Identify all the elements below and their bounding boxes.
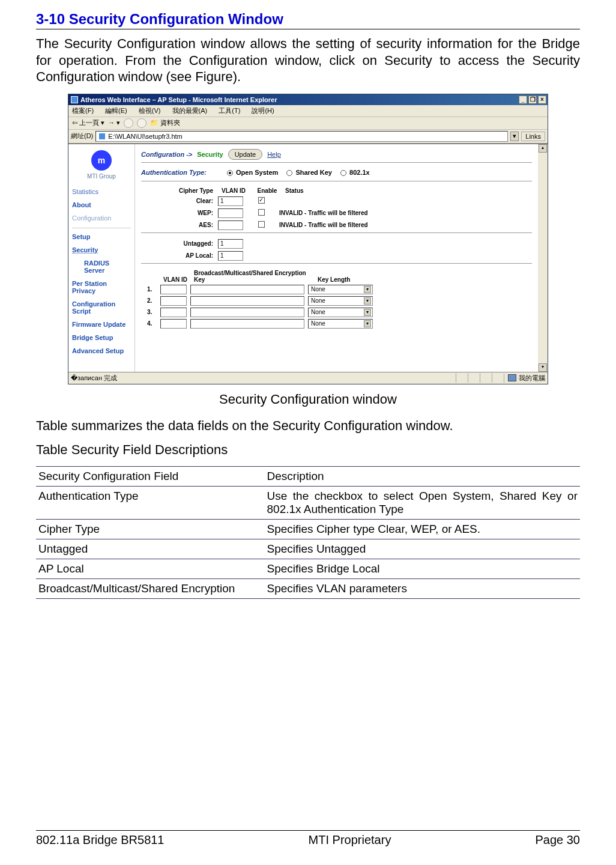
vlan-id-input[interactable] — [218, 208, 243, 218]
vertical-scrollbar[interactable]: ▴ ▾ — [538, 144, 548, 372]
address-bar: 網址(D) E:\WLAN\UI\setupfr3.htm ▾ Links — [68, 130, 548, 144]
enc-vlan-input[interactable] — [160, 285, 187, 294]
key-length-select[interactable]: None▾ — [308, 308, 373, 317]
sidebar-item-advanced[interactable]: Advanced Setup — [72, 347, 131, 354]
folders-button[interactable]: 📁 資料夾 — [150, 118, 180, 127]
enc-key-input[interactable] — [190, 285, 304, 294]
field-name: AP Local — [36, 559, 265, 578]
sidebar-item-about[interactable]: About — [72, 201, 131, 208]
ie-toolbar: ⇦ 上一頁 ▾ → ▾ 📁 資料夾 — [68, 117, 548, 130]
description-table: Security Configuration Field Description… — [36, 466, 580, 599]
encryption-row: 3. None▾ — [147, 308, 532, 317]
vlan-id-input[interactable] — [218, 220, 243, 230]
enc-vlan-input[interactable] — [160, 308, 187, 317]
table-title: Table Security Field Descriptions — [36, 442, 580, 458]
enc-key-input[interactable] — [190, 308, 304, 317]
computer-icon — [508, 374, 516, 381]
status-done: 完成 — [104, 374, 117, 381]
sidebar-item-firmware[interactable]: Firmware Update — [72, 321, 131, 328]
enable-checkbox[interactable] — [258, 197, 265, 204]
address-input[interactable]: E:\WLAN\UI\setupfr3.htm — [95, 131, 508, 142]
screenshot-ie-window: Atheros Web Interface – AP Setup - Micro… — [68, 94, 548, 384]
chevron-down-icon: ▾ — [364, 320, 371, 327]
radio-8021x[interactable]: 802.1x — [340, 169, 370, 176]
radio-shared-key[interactable]: Shared Key — [286, 169, 332, 176]
scroll-down-icon[interactable]: ▾ — [539, 363, 547, 372]
minimize-icon[interactable]: _ — [519, 96, 527, 104]
address-value: E:\WLAN\UI\setupfr3.htm — [108, 133, 182, 140]
page-footer: 802.11a Bridge BR5811 MTI Proprietary Pa… — [36, 830, 580, 847]
table-row: Broadcast/Multicast/Shared EncryptionSpe… — [36, 578, 580, 598]
chevron-down-icon: ▾ — [364, 309, 371, 316]
sidebar-item-statistics[interactable]: Statistics — [72, 188, 131, 195]
row-index: 2. — [147, 297, 157, 304]
sidebar-item-radius[interactable]: RADIUS Server — [84, 260, 131, 274]
table-header-field: Security Configuration Field — [36, 466, 265, 486]
cipher-name: WEP: — [165, 210, 213, 216]
sidebar-item-script[interactable]: Configuration Script — [72, 300, 131, 315]
scroll-up-icon[interactable]: ▴ — [539, 144, 547, 153]
update-button[interactable]: Update — [228, 149, 262, 160]
encryption-row: 1. None▾ — [147, 285, 532, 294]
refresh-icon[interactable] — [137, 118, 146, 128]
table-intro: Table summarizes the data fields on the … — [36, 418, 580, 434]
field-desc: Specifies Cipher type Clear, WEP, or AES… — [265, 519, 580, 539]
key-length-select[interactable]: None▾ — [308, 285, 373, 294]
stop-icon[interactable] — [124, 118, 133, 128]
links-button[interactable]: Links — [521, 132, 545, 141]
enc-key-input[interactable] — [190, 319, 304, 329]
menu-tools[interactable]: 工具(T) — [219, 107, 240, 114]
status-bar: �записан 完成 我的電腦 — [68, 372, 548, 384]
enc-vlan-input[interactable] — [160, 319, 187, 329]
menu-view[interactable]: 檢視(V) — [139, 107, 161, 114]
vlan-id-input[interactable] — [218, 196, 243, 206]
enable-checkbox[interactable] — [258, 221, 265, 228]
table-header-desc: Description — [265, 466, 580, 486]
enc-key-input[interactable] — [190, 296, 304, 306]
field-name: Cipher Type — [36, 519, 265, 539]
help-link[interactable]: Help — [267, 151, 281, 158]
close-icon[interactable]: × — [538, 96, 546, 104]
sidebar-item-bridge[interactable]: Bridge Setup — [72, 334, 131, 341]
field-name: Broadcast/Multicast/Shared Encryption — [36, 578, 265, 598]
menu-fav[interactable]: 我的最愛(A) — [172, 107, 208, 114]
radio-open-system[interactable]: Open System — [227, 169, 278, 176]
aplocal-input[interactable] — [218, 251, 243, 261]
encryption-row: 4. None▾ — [147, 319, 532, 329]
enable-checkbox[interactable] — [258, 209, 265, 216]
menu-file[interactable]: 檔案(F) — [72, 107, 94, 114]
encryption-row: 2. None▾ — [147, 296, 532, 306]
breadcrumb-config: Configuration -> — [141, 151, 192, 158]
cipher-row: AES: INVALID - Traffic will be filtered — [165, 220, 532, 230]
sidebar-item-security[interactable]: Security — [72, 246, 131, 253]
forward-button[interactable]: → ▾ — [108, 119, 120, 127]
enc-vlan-input[interactable] — [160, 296, 187, 306]
row-index: 1. — [147, 286, 157, 293]
table-row: AP LocalSpecifies Bridge Local — [36, 559, 580, 578]
cipher-header: Cipher Type VLAN ID Enable Status — [165, 187, 532, 194]
key-length-select[interactable]: None▾ — [308, 296, 373, 306]
logo-icon: m — [91, 150, 112, 171]
address-dropdown-icon[interactable]: ▾ — [510, 132, 519, 141]
menubar: 檔案(F) 編輯(E) 檢視(V) 我的最愛(A) 工具(T) 說明(H) — [68, 105, 548, 117]
untagged-input[interactable] — [218, 239, 243, 249]
aplocal-label: AP Local: — [165, 252, 213, 259]
window-title: Atheros Web Interface – AP Setup - Micro… — [80, 96, 277, 103]
menu-help[interactable]: 說明(H) — [252, 107, 274, 114]
sidebar-item-configuration[interactable]: Configuration — [72, 214, 131, 222]
menu-edit[interactable]: 編輯(E) — [105, 107, 127, 114]
cipher-row: WEP: INVALID - Traffic will be filtered — [165, 208, 532, 218]
figure-caption: Security Configuration window — [36, 392, 580, 407]
untagged-label: Untagged: — [165, 240, 213, 247]
auth-type-label: Authentication Type: — [141, 169, 207, 176]
sidebar-item-privacy[interactable]: Per Station Privacy — [72, 280, 131, 294]
maximize-icon[interactable]: ❐ — [528, 96, 537, 104]
back-button[interactable]: ⇦ 上一頁 ▾ — [72, 118, 104, 127]
cipher-name: Clear: — [165, 198, 213, 204]
breadcrumb-current: Security — [197, 151, 223, 158]
footer-right: Page 30 — [535, 833, 580, 847]
table-header-row: Security Configuration Field Description — [36, 466, 580, 486]
field-name: Untagged — [36, 539, 265, 559]
key-length-select[interactable]: None▾ — [308, 319, 373, 329]
sidebar-item-setup[interactable]: Setup — [72, 233, 131, 240]
